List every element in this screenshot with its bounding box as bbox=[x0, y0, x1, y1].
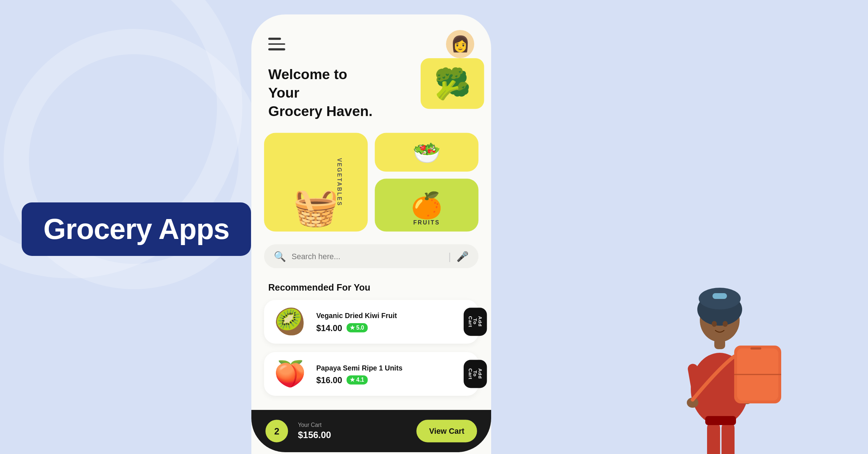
hero-title-line1: Welcome to Your bbox=[268, 67, 347, 100]
add-to-cart-kiwi-button[interactable]: Add To Cart bbox=[464, 308, 487, 336]
fruits-emoji: 🍊 bbox=[411, 190, 443, 220]
kiwi-rating: ★ 5.0 bbox=[346, 323, 368, 332]
papaya-image: 🍑 bbox=[273, 359, 308, 389]
svg-rect-4 bbox=[712, 293, 727, 299]
hamburger-line-3 bbox=[268, 48, 285, 50]
papaya-price: $16.00 bbox=[316, 375, 342, 385]
category-card-vegetables[interactable]: 🧺 VEGETABLES bbox=[264, 133, 368, 232]
microphone-icon[interactable]: 🎤 bbox=[456, 250, 468, 262]
hero-basket-emoji: 🥦 bbox=[434, 66, 471, 101]
fruits-label: FRUITS bbox=[413, 219, 440, 226]
app-title-text: Grocery Apps bbox=[43, 213, 229, 245]
right-category-column: 🥗 🍊 FRUITS bbox=[375, 133, 478, 232]
papaya-info: Papaya Semi Ripe 1 Units $16.00 ★ 4.1 bbox=[316, 363, 470, 385]
add-to-cart-papaya-label: Add To Cart bbox=[468, 368, 483, 380]
kiwi-info: Veganic Dried Kiwi Fruit $14.00 ★ 5.0 bbox=[316, 311, 470, 333]
top-right-banner[interactable]: 🥗 bbox=[375, 133, 478, 172]
svg-rect-14 bbox=[722, 421, 735, 454]
add-to-cart-kiwi-label: Add To Cart bbox=[468, 316, 483, 327]
search-bar[interactable]: 🔍 | 🎤 bbox=[264, 244, 478, 268]
phone-header: 👩 bbox=[251, 14, 491, 65]
papaya-rating-value: 4.1 bbox=[356, 377, 364, 383]
hero-title-line2: Grocery Haven. bbox=[268, 103, 373, 119]
cart-bar: 2 Your Cart $156.00 View Cart bbox=[251, 410, 491, 452]
kiwi-rating-value: 5.0 bbox=[356, 325, 364, 331]
papaya-name: Papaya Semi Ripe 1 Units bbox=[316, 363, 470, 372]
vegetables-emoji: 🧺 bbox=[293, 186, 339, 229]
veggie-emoji: 🥗 bbox=[413, 139, 441, 166]
cart-total-price: $156.00 bbox=[298, 429, 331, 440]
kiwi-image: 🥝 bbox=[273, 307, 308, 337]
hero-title: Welcome to Your Grocery Haven. bbox=[268, 65, 381, 120]
phone-screen: 👩 Welcome to Your Grocery Haven. 🥦 🧺 VEG… bbox=[251, 14, 491, 454]
cart-info: Your Cart $156.00 bbox=[298, 421, 407, 441]
add-to-cart-papaya-button[interactable]: Add To Cart bbox=[464, 360, 487, 388]
hero-section: Welcome to Your Grocery Haven. 🥦 bbox=[251, 65, 491, 127]
papaya-rating: ★ 4.1 bbox=[346, 375, 368, 384]
cart-count-number: 2 bbox=[274, 426, 279, 436]
search-input[interactable] bbox=[292, 252, 443, 260]
svg-point-19 bbox=[712, 321, 717, 327]
papaya-price-row: $16.00 ★ 4.1 bbox=[316, 375, 470, 385]
delivery-person-svg bbox=[637, 179, 803, 454]
svg-rect-17 bbox=[705, 416, 736, 425]
cart-label: Your Cart bbox=[298, 421, 407, 428]
view-cart-label: View Cart bbox=[429, 427, 464, 435]
category-card-fruits[interactable]: 🍊 FRUITS bbox=[375, 179, 478, 231]
product-card-papaya: 🍑 Papaya Semi Ripe 1 Units $16.00 ★ 4.1 … bbox=[264, 352, 478, 396]
kiwi-name: Veganic Dried Kiwi Fruit bbox=[316, 311, 470, 320]
category-grid: 🧺 VEGETABLES 🥗 🍊 FRUITS bbox=[264, 133, 478, 232]
svg-rect-13 bbox=[707, 421, 720, 454]
product-card-kiwi: 🥝 Veganic Dried Kiwi Fruit $14.00 ★ 5.0 … bbox=[264, 300, 478, 344]
cart-count-badge: 2 bbox=[265, 420, 288, 442]
search-divider: | bbox=[448, 250, 451, 262]
hamburger-line-2 bbox=[268, 43, 285, 45]
hamburger-menu-button[interactable] bbox=[268, 38, 285, 50]
hamburger-line-1 bbox=[268, 38, 281, 40]
svg-point-20 bbox=[723, 321, 728, 327]
kiwi-price: $14.00 bbox=[316, 323, 342, 333]
app-title-label: Grocery Apps bbox=[22, 202, 251, 256]
kiwi-price-row: $14.00 ★ 5.0 bbox=[316, 323, 470, 333]
delivery-person-figure bbox=[637, 179, 803, 454]
hero-basket-image: 🥦 bbox=[421, 58, 484, 111]
view-cart-button[interactable]: View Cart bbox=[416, 420, 477, 442]
avatar-emoji: 👩 bbox=[451, 35, 470, 53]
svg-rect-18 bbox=[714, 338, 725, 349]
recommended-title: Recommended For You bbox=[251, 275, 491, 297]
search-icon: 🔍 bbox=[274, 250, 286, 262]
phone-mockup: 👩 Welcome to Your Grocery Haven. 🥦 🧺 VEG… bbox=[251, 14, 491, 454]
vegetables-label: VEGETABLES bbox=[336, 158, 342, 206]
user-avatar[interactable]: 👩 bbox=[446, 30, 474, 58]
svg-rect-12 bbox=[750, 347, 761, 350]
